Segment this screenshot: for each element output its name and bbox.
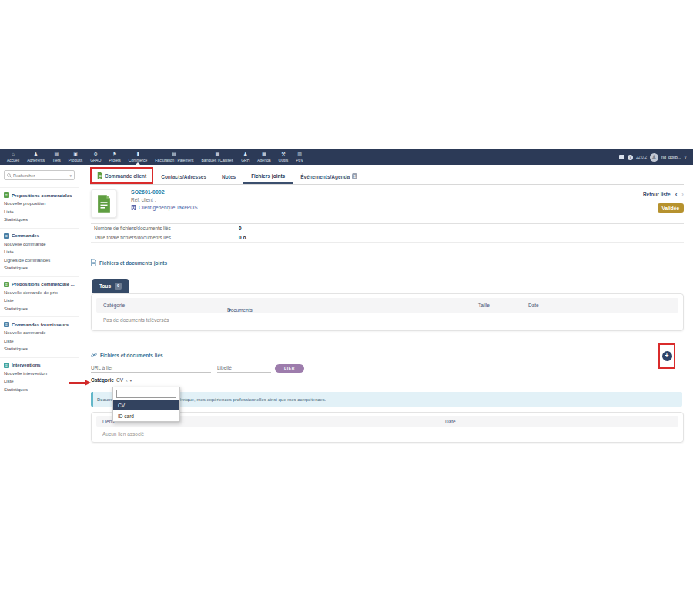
sidebar-item-commandes[interactable]: ≡ Commandes (0, 232, 79, 240)
tous-count-badge: 0 (115, 283, 122, 290)
topbar-right-cluster: ? 22.0.2 ♟ ng_dolib... ∨ (619, 153, 693, 162)
sidebar-search[interactable]: ▾ (4, 170, 75, 180)
dropdown-option-id-card[interactable]: ID card (113, 410, 179, 421)
column-header-taille[interactable]: Taille (478, 303, 490, 308)
pos-icon: ▥ (297, 152, 302, 157)
tab-fichiers-joints[interactable]: Fichiers joints (243, 169, 293, 184)
attached-documents-title: Fichiers et documents joints (91, 259, 167, 266)
topmenu-outils[interactable]: ⚒ Outils (275, 149, 293, 165)
dropdown-search-input[interactable] (116, 390, 176, 398)
sidebar-item-nouvelle-demande-de-prix[interactable]: Nouvelle demande de prix (0, 289, 79, 297)
topmenu-agenda[interactable]: ▦ Agenda (253, 149, 274, 165)
add-file-button[interactable]: + (662, 351, 672, 361)
sidebar-item-liste[interactable]: Liste (0, 248, 79, 256)
intervention-icon: ≡ (4, 363, 9, 368)
url-to-link-input[interactable] (91, 363, 211, 373)
topmenu-projets[interactable]: ⚑ Projets (105, 149, 125, 165)
link-icon (91, 352, 97, 358)
topmenu-adherents[interactable]: ♟ Adhérents (23, 149, 49, 165)
order-ref-client: Réf. client : (131, 197, 197, 203)
tab-tous[interactable]: Tous 0 (92, 279, 129, 293)
order-ref-link[interactable]: SO2601-0002 (131, 189, 197, 195)
tab-evenements-agenda[interactable]: Événements/Agenda 1 (293, 169, 365, 184)
topmenu-gpao[interactable]: ⚙ GPAO (86, 149, 105, 165)
topmenu-facturation[interactable]: ▤ Facturation | Paiement (151, 149, 197, 165)
empty-links-row: Aucun lien associé (96, 427, 678, 441)
status-badge: Validée (658, 203, 684, 213)
username-label[interactable]: ng_dolib... (661, 155, 681, 159)
topmenu-grh[interactable]: ♟ GRH (237, 149, 253, 165)
help-icon[interactable]: ? (628, 155, 633, 160)
link-button[interactable]: LIER (275, 364, 304, 373)
order-icon: ≡ (4, 233, 9, 239)
back-to-list-link[interactable]: Retour liste (643, 192, 671, 197)
sidebar-item-propositions-commerciale-fournisseurs[interactable]: ≡ Propositions commerciale ... (0, 280, 79, 289)
order-photo-card (91, 189, 117, 218)
tab-contacts-adresses[interactable]: Contacts/Adresses (153, 169, 214, 184)
sidebar-item-statistiques[interactable]: Statistiques (0, 345, 79, 353)
topmenu-label: Agenda (257, 158, 270, 162)
sidebar-item-statistiques[interactable]: Statistiques (0, 264, 79, 273)
projects-icon: ⚑ (112, 152, 116, 157)
sidebar-item-nouvelle-intervention[interactable]: Nouvelle intervention (0, 370, 79, 378)
sidebar-item-nouvelle-commande[interactable]: Nouvelle commande (0, 240, 79, 249)
tab-notes[interactable]: Notes (214, 169, 243, 184)
sidebar-item-liste[interactable]: Liste (0, 296, 79, 305)
row-value: 0 o. (239, 235, 247, 240)
topmenu-pdv[interactable]: ▥ PdV (292, 149, 306, 165)
category-caret-icon[interactable]: ▾ (130, 379, 132, 383)
topmenu-produits[interactable]: ▣ Produits (65, 149, 86, 165)
menu-title-label: Commandes (12, 233, 39, 238)
topmenu-banques[interactable]: ▦ Banques | Caisses (198, 149, 238, 165)
previous-record-icon[interactable]: ‹ (675, 191, 678, 198)
row-label: Nombre de fichiers/documents liés (91, 226, 239, 231)
category-selected-value[interactable]: CV (116, 377, 123, 383)
version-label: 22.0.2 (636, 155, 647, 159)
tools-icon: ⚒ (281, 152, 285, 157)
client-link[interactable]: Client générique TakePOS (139, 205, 197, 210)
category-field: Catégorie CV x ▾ (91, 377, 132, 383)
category-clear-icon[interactable]: x (126, 378, 128, 383)
search-caret-icon[interactable]: ▾ (69, 173, 72, 178)
search-input[interactable] (13, 173, 67, 178)
sidebar-item-nouvelle-commande[interactable]: Nouvelle commande (0, 329, 79, 337)
sidebar-item-statistiques[interactable]: Statistiques (0, 216, 79, 224)
sidebar-item-commandes-fournisseurs[interactable]: ≡ Commandes fournisseurs (0, 320, 79, 329)
user-menu-caret-icon[interactable]: ∨ (684, 155, 687, 159)
label-input[interactable] (217, 363, 271, 373)
order-banner-right: Retour liste ‹ › Validée (643, 189, 684, 222)
user-avatar[interactable]: ♟ (650, 153, 658, 162)
topmenu-label: Facturation | Paiement (155, 158, 193, 162)
topmenu-tiers[interactable]: ▤ Tiers (49, 149, 65, 165)
topmenu-label: Outils (279, 158, 289, 162)
sidebar-item-lignes-de-commandes[interactable]: Lignes de commandes (0, 256, 79, 265)
dropdown-option-cv[interactable]: CV (113, 400, 179, 410)
documents-table-header: Catégorie ▼ Documents Taille Date (96, 298, 678, 313)
column-header-categorie[interactable]: Catégorie (103, 303, 125, 308)
topmenu-accueil[interactable]: ⌂ Accueil (3, 149, 23, 165)
row-value: 0 (239, 226, 242, 231)
supplier-order-icon: ≡ (4, 322, 9, 327)
category-label: Catégorie (91, 377, 114, 383)
annotation-arrow-category (69, 380, 91, 387)
print-icon[interactable] (619, 155, 624, 159)
tab-commande-client[interactable]: Commande client (90, 167, 153, 184)
sidebar-item-nouvelle-proposition[interactable]: Nouvelle proposition (0, 199, 79, 208)
sidebar-item-interventions[interactable]: ≡ Interventions (0, 361, 79, 370)
bank-icon: ▦ (215, 152, 219, 157)
topmenu-label: Tiers (52, 158, 61, 162)
home-icon: ⌂ (12, 152, 15, 157)
column-header-date[interactable]: Date (528, 303, 539, 308)
topmenu-commerce[interactable]: ▮ Commerce (125, 149, 151, 165)
column-header-date[interactable]: Date (445, 419, 456, 424)
sidebar-item-liste[interactable]: Liste (0, 377, 79, 386)
sidebar-item-liste[interactable]: Liste (0, 208, 79, 216)
sidebar-item-statistiques[interactable]: Statistiques (0, 305, 79, 313)
billing-icon: ▤ (172, 152, 177, 157)
sidebar-item-liste[interactable]: Liste (0, 337, 79, 346)
sidebar-item-statistiques[interactable]: Statistiques (0, 386, 79, 394)
thirdparties-icon: ▤ (55, 152, 59, 157)
sidebar-item-propositions-commerciales[interactable]: ≡ Propositions commerciales (0, 191, 79, 199)
topmenu-label: Adhérents (27, 158, 45, 162)
next-record-icon[interactable]: › (681, 191, 684, 198)
